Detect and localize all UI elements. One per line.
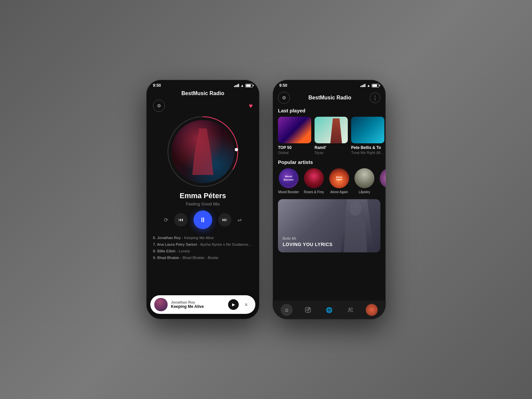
track-info: Emma Péters Feeling Good Mix (146, 192, 259, 210)
card-sub-2: Siyay (315, 151, 348, 155)
favorite-button[interactable]: ♥ (249, 102, 253, 110)
feature-bg: Belle Mt. LOVING YOU LYRICS (278, 199, 380, 252)
last-played-card-1[interactable]: TOP 50 Global (278, 117, 311, 155)
artist-item-1[interactable]: MoodBooster Mood Booster (278, 168, 299, 194)
mini-next-button[interactable]: ▶ (228, 299, 239, 310)
play-pause-button[interactable]: ⏸ (194, 210, 212, 229)
mini-song-name: Keeping Me Alive (171, 304, 225, 309)
wifi-icon: ▲ (240, 83, 244, 87)
nav-globe-button[interactable]: 🌐 (323, 304, 335, 316)
progress-dot (235, 148, 238, 151)
battery-icon (245, 84, 253, 87)
album-ring (166, 115, 239, 188)
artist-item-5[interactable]: MZ (379, 168, 386, 194)
queue-item-4[interactable]: 9. Bhad Bhabie - Bhad Bhabie - Bestie (153, 254, 253, 261)
feature-person (340, 199, 370, 252)
last-played-title: Last played (273, 108, 386, 117)
feature-artist: Belle Mt. (283, 236, 332, 240)
artists-scroll: MoodBooster Mood Booster Roses & Frey Al… (273, 168, 386, 199)
card-image-3 (351, 117, 384, 143)
mini-track-info: Jonathan Roy Keeping Me Alive (171, 300, 225, 309)
bottom-nav: ⌂ 🌐 (273, 301, 386, 319)
card-name-3: Pete Bellis & To (351, 145, 384, 150)
battery-icon-2 (372, 84, 379, 87)
last-played-card-3[interactable]: Pete Bellis & To Treat Me Right (M... (351, 117, 384, 155)
status-icons: ▲ (234, 83, 253, 87)
status-bar-browse: 9:50 ▲ (273, 80, 386, 89)
artist-item-2[interactable]: Roses & Frey (303, 168, 325, 194)
nav-social-button[interactable] (302, 304, 314, 316)
phone-browse: 9:50 ▲ ⚙ BestMusic Radio ⋮ Last played T… (273, 80, 386, 319)
artist-item-3[interactable]: AloneAgain Alone Again (329, 168, 350, 194)
feature-song: LOVING YOU LYRICS (283, 242, 332, 247)
artist-avatar-1: MoodBooster (279, 168, 299, 188)
card-name-2: Ramil' (315, 145, 348, 150)
album-silhouette (190, 128, 216, 175)
previous-button[interactable]: ⏮ (174, 213, 188, 226)
mini-avatar (154, 298, 168, 311)
card-name-1: TOP 50 (278, 145, 311, 150)
card-image-1 (278, 117, 311, 143)
album-art-container (146, 115, 259, 188)
nav-profile-avatar[interactable] (366, 304, 378, 316)
status-time: 9:50 (153, 83, 161, 88)
nav-home-button[interactable]: ⌂ (281, 304, 293, 316)
feature-card[interactable]: Belle Mt. LOVING YOU LYRICS (278, 199, 380, 252)
mini-actions: ▶ ≡ (228, 299, 251, 310)
artist-name-1: Mood Booster (278, 190, 299, 194)
shuffle-button[interactable]: ⇌ (237, 217, 242, 223)
status-time-2: 9:50 (279, 83, 287, 88)
artist-name-3: Alone Again (329, 190, 350, 194)
player-header: BestMusic Radio (146, 89, 259, 100)
artist-avatar-2 (304, 168, 324, 188)
album-image (171, 120, 234, 183)
card-sub-3: Treat Me Right (M... (351, 151, 384, 155)
repeat-button[interactable]: ⟳ (164, 217, 168, 223)
svg-point-2 (349, 201, 361, 216)
artist-avatar-3: AloneAgain (329, 168, 349, 188)
artist-name-4: Låpsley (354, 190, 375, 194)
svg-point-5 (309, 308, 310, 309)
signal-icon (234, 84, 239, 87)
nav-users-button[interactable] (344, 304, 356, 316)
queue-item-2[interactable]: 7. Ana Laura Petry Sartori - Ayzha Nyree… (153, 241, 253, 248)
browse-title: BestMusic Radio (309, 95, 351, 101)
signal-icon-2 (360, 84, 365, 87)
card-sub-1: Global (278, 151, 311, 155)
playback-controls: ⟳ ⏮ ⏸ ⏭ ⇌ (146, 210, 259, 234)
artist-avatar-4 (354, 168, 374, 188)
queue-item-1[interactable]: 6. Jonathan Roy - Keeping Me Alive (153, 234, 253, 241)
artist-name-5: MZ (379, 190, 386, 194)
settings-button[interactable]: ⚙ (153, 100, 165, 112)
last-played-scroll: TOP 50 Global Ramil' Siyay Pete Bellis &… (273, 117, 386, 159)
browse-settings-button[interactable]: ⚙ (278, 92, 290, 104)
artist-avatar-5 (380, 168, 386, 188)
phone-player: 9:50 ▲ BestMusic Radio ⚙ ♥ (146, 80, 259, 319)
player-title: BestMusic Radio (182, 90, 224, 96)
artist-item-4[interactable]: Låpsley (354, 168, 375, 194)
last-played-card-2[interactable]: Ramil' Siyay (315, 117, 348, 155)
next-button[interactable]: ⏭ (218, 213, 231, 226)
mini-player[interactable]: Jonathan Roy Keeping Me Alive ▶ ≡ (150, 295, 255, 314)
feature-text: Belle Mt. LOVING YOU LYRICS (283, 236, 332, 247)
svg-point-4 (307, 309, 309, 311)
more-options-button[interactable]: ⋮ (370, 92, 380, 103)
artist-name-2: Roses & Frey (303, 190, 325, 194)
track-name: Feeling Good Mix (153, 201, 253, 206)
queue-item-3[interactable]: 8. Billie Eilish - Lovely (153, 248, 253, 254)
card-image-2 (315, 117, 348, 143)
player-top-controls: ⚙ ♥ (146, 100, 259, 112)
track-artist: Emma Péters (153, 192, 253, 200)
status-icons-2: ▲ (360, 83, 379, 87)
mini-queue-button[interactable]: ≡ (241, 299, 251, 310)
wifi-icon-2: ▲ (367, 83, 370, 87)
browse-header: ⚙ BestMusic Radio ⋮ (273, 89, 386, 108)
status-bar-player: 9:50 ▲ (146, 80, 259, 89)
svg-point-6 (349, 308, 351, 310)
popular-artists-title: Popular artists (273, 159, 386, 168)
mini-artist-name: Jonathan Roy (171, 300, 225, 304)
